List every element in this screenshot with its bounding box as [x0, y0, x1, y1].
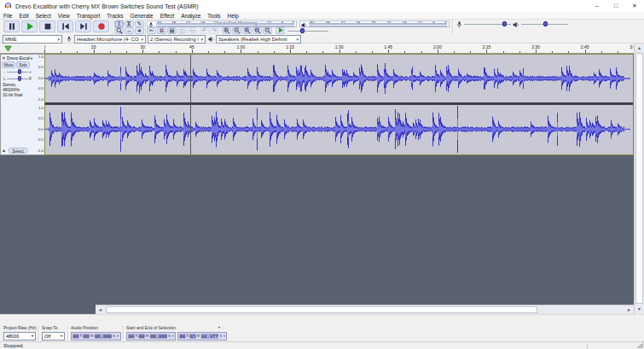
ruler-tick: [601, 51, 602, 53]
play-button[interactable]: [21, 20, 38, 32]
fit-selection-button[interactable]: [242, 27, 252, 34]
pause-button[interactable]: [3, 20, 20, 32]
playback-meter[interactable]: -54-48-42-36-30-24-18-12-60: [299, 20, 450, 27]
recording-device-select[interactable]: Headset Microphone (4- CORSAIR▾: [74, 35, 146, 44]
trim-button[interactable]: ◫: [177, 27, 187, 34]
time-digits[interactable]: 00.000: [150, 334, 168, 339]
time-unit[interactable]: s: [112, 334, 115, 338]
play-speed-slider[interactable]: [287, 27, 328, 34]
time-digits[interactable]: 02.977: [201, 334, 219, 339]
audio-host-select[interactable]: MME▾: [3, 35, 62, 44]
gain-slider[interactable]: - +: [3, 69, 32, 75]
waveform-right-channel[interactable]: [45, 105, 633, 154]
skip-to-start-button[interactable]: [57, 20, 73, 32]
solo-button[interactable]: Solo: [16, 61, 30, 68]
scroll-left-icon[interactable]: ◄: [96, 305, 105, 314]
envelope-tool-button[interactable]: ⋈: [125, 20, 134, 27]
draw-tool-button[interactable]: ✎: [135, 20, 144, 27]
selection-tool-button[interactable]: I: [114, 20, 124, 27]
zoom-out-button[interactable]: [232, 27, 241, 34]
device-toolbar: MME▾ Headset Microphone (4- CORSAIR▾ 2 (…: [0, 34, 644, 44]
waveform-left-channel[interactable]: [45, 55, 633, 102]
time-digits[interactable]: 00: [128, 334, 135, 339]
menu-analyze[interactable]: Analyze: [177, 13, 204, 19]
cut-button[interactable]: ✂: [147, 27, 156, 34]
play-at-speed-button[interactable]: [276, 27, 285, 34]
time-digits[interactable]: 03: [189, 334, 196, 339]
vertical-scroll-thumb[interactable]: [635, 53, 643, 304]
playback-volume-slider[interactable]: [521, 20, 568, 27]
waveform-display[interactable]: [44, 54, 634, 155]
time-digits[interactable]: 00: [73, 334, 79, 339]
gain-thumb[interactable]: [18, 69, 21, 74]
timeline-options-pin-icon[interactable]: [4, 45, 12, 52]
time-field-caret-icon[interactable]: ▾: [223, 334, 225, 338]
undo-button[interactable]: ↶: [200, 27, 209, 34]
playback-device-select[interactable]: Speakers (Realtek High Definiti▾: [216, 35, 301, 44]
recording-meter[interactable]: -54-48-42-18Click to Start Monitoring-12…: [147, 20, 297, 27]
scroll-down-icon[interactable]: ▼: [635, 305, 644, 314]
timeshift-tool-button[interactable]: ↔: [125, 27, 134, 34]
menu-select[interactable]: Select: [32, 13, 55, 19]
stop-button[interactable]: [39, 20, 55, 32]
time-field-caret-icon[interactable]: ▾: [117, 334, 119, 338]
vertical-scrollbar[interactable]: ▲ ▼: [634, 44, 644, 314]
resize-grip[interactable]: [637, 342, 643, 348]
time-digits[interactable]: 00.000: [95, 334, 113, 339]
skip-to-end-icon: [79, 22, 88, 31]
menu-edit[interactable]: Edit: [15, 13, 32, 19]
track-title[interactable]: Drevo Excalibur with Cherry MX Brown Swi…: [7, 55, 30, 61]
minimize-button[interactable]: –: [588, 0, 606, 12]
paste-button[interactable]: ▤: [167, 27, 177, 34]
zoom-in-button[interactable]: [222, 27, 231, 34]
recording-volume-slider[interactable]: [464, 20, 511, 27]
time-digits[interactable]: 00: [179, 334, 186, 339]
close-button[interactable]: ✕: [625, 0, 644, 12]
collapse-track-icon[interactable]: ▲: [2, 148, 6, 153]
horizontal-scroll-thumb[interactable]: [106, 306, 537, 313]
scroll-right-icon[interactable]: ►: [624, 305, 634, 314]
mute-button[interactable]: Mute: [2, 61, 15, 68]
track-select-button[interactable]: Select: [9, 148, 27, 154]
copy-button[interactable]: ⧉: [157, 27, 166, 34]
menu-view[interactable]: View: [55, 13, 73, 19]
scroll-up-icon[interactable]: ▲: [635, 44, 644, 53]
recording-volume-thumb[interactable]: [502, 21, 507, 26]
pan-thumb[interactable]: [18, 76, 21, 81]
vertical-scale[interactable]: 1.00.50.0-0.5-1.0 1.00.50.0-0.5-1.0: [34, 54, 44, 155]
fit-project-button[interactable]: [252, 27, 262, 34]
recording-channels-select[interactable]: 2 (Stereo) Recording Cha▾: [148, 35, 206, 44]
selection-start-field[interactable]: 00h00m00.000s▾: [126, 332, 176, 340]
skip-to-end-button[interactable]: [75, 20, 91, 32]
silence-button[interactable]: ▭: [188, 27, 197, 34]
maximize-button[interactable]: □: [606, 0, 625, 12]
timeline-ruler[interactable]: 01530451:001:151:301:452:002:152:302:453…: [44, 44, 634, 54]
selection-range-caret-icon[interactable]: ▾: [218, 325, 220, 329]
time-unit[interactable]: s: [167, 334, 171, 338]
track-menu-caret-icon[interactable]: ▼: [30, 56, 33, 61]
time-digits[interactable]: 00: [138, 334, 145, 339]
menu-generate[interactable]: Generate: [127, 13, 157, 19]
selection-end-field[interactable]: 00h03m02.977s▾: [177, 332, 227, 340]
playback-volume-thumb[interactable]: [543, 21, 548, 26]
menu-help[interactable]: Help: [224, 13, 242, 19]
project-rate-select[interactable]: 48000▾: [3, 332, 36, 340]
audio-position-field[interactable]: 00h00m00.000s▾: [71, 332, 121, 340]
record-button[interactable]: [93, 20, 109, 32]
multi-tool-button[interactable]: ∗: [135, 27, 144, 34]
zoom-toggle-button[interactable]: [263, 27, 272, 34]
menu-file[interactable]: File: [0, 13, 15, 19]
menu-tracks[interactable]: Tracks: [103, 13, 126, 19]
zoom-tool-button[interactable]: [114, 27, 124, 34]
snap-to-select[interactable]: Off▾: [42, 332, 65, 340]
menu-tools[interactable]: Tools: [204, 13, 223, 19]
redo-button[interactable]: ↷: [210, 27, 219, 34]
pan-slider[interactable]: L R: [3, 76, 32, 82]
horizontal-scrollbar[interactable]: ◄ ►: [96, 305, 634, 314]
play-speed-thumb[interactable]: [300, 28, 305, 33]
time-field-caret-icon[interactable]: ▾: [172, 334, 174, 338]
time-digits[interactable]: 00: [83, 334, 90, 339]
time-unit[interactable]: s: [218, 334, 222, 338]
menu-effect[interactable]: Effect: [157, 13, 178, 19]
menu-transport[interactable]: Transport: [73, 13, 104, 19]
